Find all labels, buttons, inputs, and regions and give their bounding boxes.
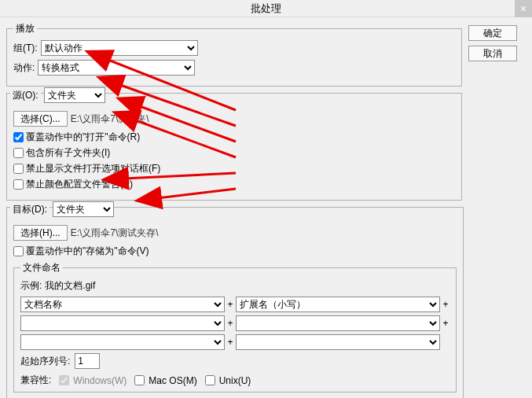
compat-mac-checkbox[interactable]: [134, 375, 145, 385]
dest-path: E:\义雨伞7\测试夹存\: [71, 227, 159, 240]
play-group: 播放 组(T): 默认动作 动作: 转换格式: [6, 22, 462, 87]
compat-win-label: Windows(W): [73, 375, 127, 386]
name-part-3[interactable]: [20, 315, 225, 331]
file-naming-group: 文件命名 示例: 我的文档.gif 文档名称 + 扩展名（小写） + + +: [13, 261, 457, 392]
select-dest-button[interactable]: 选择(H)...: [13, 225, 68, 241]
seq-input[interactable]: [75, 353, 100, 369]
source-label: 源(O):: [10, 89, 41, 102]
override-open-label: 覆盖动作中的"打开"命令(R): [26, 131, 140, 144]
ok-button[interactable]: 确定: [468, 25, 517, 41]
subfolders-label: 包含所有子文件夹(I): [26, 146, 110, 160]
dest-label: 目标(D):: [10, 203, 50, 216]
plus-icon: +: [226, 299, 234, 310]
name-part-4[interactable]: [236, 315, 440, 331]
subfolders-checkbox[interactable]: [13, 148, 24, 158]
suppress-profile-checkbox[interactable]: [13, 179, 24, 190]
name-part-1[interactable]: 文档名称: [20, 297, 225, 312]
source-path: E:\义雨伞7\测试夹\: [71, 112, 149, 126]
close-icon[interactable]: ×: [515, 0, 532, 17]
suppress-profile-label: 禁止颜色配置文件警告(P): [26, 178, 133, 191]
compat-mac-label: Mac OS(M): [149, 375, 196, 386]
plus-icon: +: [226, 318, 234, 329]
suppress-dialog-label: 禁止显示文件打开选项对话框(F): [26, 162, 160, 175]
plus-icon: +: [442, 299, 449, 310]
name-part-6[interactable]: [236, 334, 440, 350]
action-label: 动作:: [13, 61, 35, 75]
group-label: 组(T):: [13, 42, 38, 55]
cancel-button[interactable]: 取消: [468, 46, 517, 61]
override-save-label: 覆盖动作中的"存储为"命令(V): [26, 245, 149, 258]
compat-label: 兼容性:: [20, 374, 51, 387]
compat-unix-checkbox[interactable]: [205, 375, 215, 385]
name-part-5[interactable]: [20, 334, 225, 350]
seq-label: 起始序列号:: [20, 355, 70, 368]
override-open-checkbox[interactable]: [13, 132, 24, 142]
file-naming-legend: 文件命名: [20, 261, 63, 275]
plus-icon: +: [442, 318, 449, 329]
override-save-checkbox[interactable]: [13, 246, 24, 256]
group-select[interactable]: 默认动作: [41, 40, 198, 56]
dest-select[interactable]: 文件夹: [53, 201, 114, 217]
suppress-dialog-checkbox[interactable]: [13, 164, 24, 174]
play-legend: 播放: [13, 22, 37, 35]
title-bar: 批处理 ×: [0, 0, 532, 17]
compat-unix-label: Unix(U): [219, 375, 251, 386]
plus-icon: +: [226, 337, 234, 348]
source-select[interactable]: 文件夹: [44, 87, 105, 103]
name-part-2[interactable]: 扩展名（小写）: [236, 297, 440, 312]
source-group: 源(O): 文件夹 选择(C)... E:\义雨伞7\测试夹\ 覆盖动作中的"打…: [6, 93, 462, 201]
action-select[interactable]: 转换格式: [38, 60, 195, 76]
example-label: 示例:: [20, 279, 42, 293]
example-value: 我的文档.gif: [45, 279, 95, 293]
compat-win-checkbox: [59, 375, 69, 385]
dialog-title: 批处理: [251, 2, 281, 14]
select-source-button[interactable]: 选择(C)...: [13, 111, 68, 127]
dest-group: 目标(D): 文件夹 选择(H)... E:\义雨伞7\测试夹存\ 覆盖动作中的…: [6, 207, 464, 398]
